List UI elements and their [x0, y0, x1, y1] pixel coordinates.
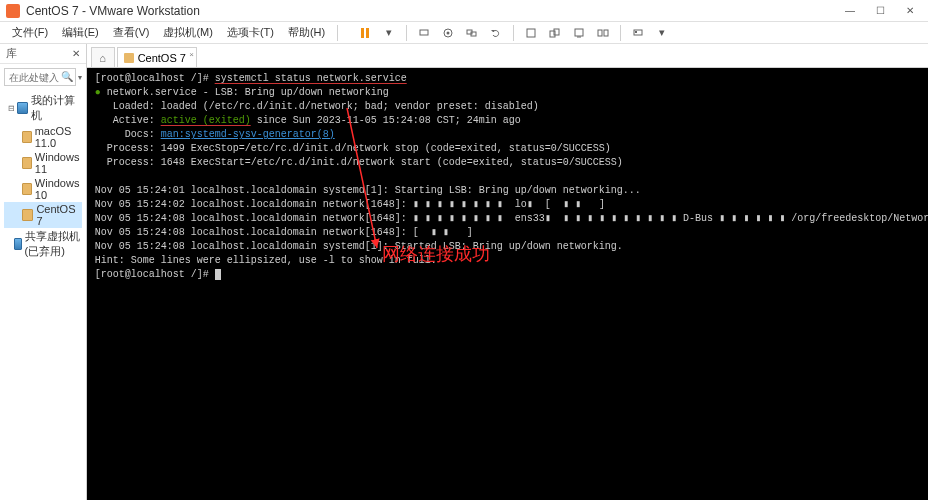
sidebar: 库 ✕ 🔍 ▾ ⊟ 我的计算机 macOS 11.0 Windows 11 — [0, 44, 87, 500]
snapshot-icon[interactable] — [437, 23, 459, 43]
console-view-icon[interactable] — [568, 23, 590, 43]
toolbar: ▾ ▾ — [354, 23, 673, 43]
tree-label: CentOS 7 — [36, 203, 81, 227]
minimize-button[interactable]: — — [838, 2, 862, 20]
separator — [513, 25, 514, 41]
tree-shared-vms[interactable]: 共享虚拟机 (已弃用) — [4, 228, 82, 260]
search-icon: 🔍 — [61, 71, 73, 82]
toolbar-dropdown-2[interactable]: ▾ — [651, 23, 673, 43]
library-tree: ⊟ 我的计算机 macOS 11.0 Windows 11 Windows 10… — [0, 90, 86, 262]
expand-icon[interactable]: ⊟ — [8, 104, 17, 113]
sidebar-header: 库 ✕ — [0, 44, 86, 64]
fullscreen-icon[interactable] — [520, 23, 542, 43]
menu-file[interactable]: 文件(F) — [6, 23, 54, 42]
toolbar-dropdown[interactable]: ▾ — [378, 23, 400, 43]
tree-label: 我的计算机 — [31, 93, 81, 123]
tree-label: 共享虚拟机 (已弃用) — [25, 229, 82, 259]
pause-button[interactable] — [354, 23, 376, 43]
tree-item-macos[interactable]: macOS 11.0 — [4, 124, 82, 150]
window-title: CentOS 7 - VMware Workstation — [26, 4, 838, 18]
svg-rect-10 — [575, 29, 583, 36]
send-ctrl-alt-del-icon[interactable] — [413, 23, 435, 43]
svg-rect-1 — [366, 28, 369, 38]
menu-tabs[interactable]: 选项卡(T) — [221, 23, 280, 42]
svg-rect-15 — [635, 31, 637, 33]
shared-icon — [14, 238, 22, 250]
search-dropdown-icon[interactable]: ▾ — [78, 73, 82, 82]
tree-item-win11[interactable]: Windows 11 — [4, 150, 82, 176]
vm-icon — [22, 183, 32, 195]
menu-view[interactable]: 查看(V) — [107, 23, 156, 42]
removable-devices-icon[interactable] — [627, 23, 649, 43]
tab-label: CentOS 7 — [138, 52, 186, 64]
svg-rect-13 — [604, 30, 608, 36]
separator — [337, 25, 338, 41]
menu-help[interactable]: 帮助(H) — [282, 23, 331, 42]
menu-vm[interactable]: 虚拟机(M) — [157, 23, 219, 42]
snapshot-manager-icon[interactable] — [461, 23, 483, 43]
menubar: 文件(F) 编辑(E) 查看(V) 虚拟机(M) 选项卡(T) 帮助(H) ▾ … — [0, 22, 928, 44]
tab-centos7[interactable]: CentOS 7 × — [117, 47, 197, 67]
svg-point-4 — [447, 31, 450, 34]
app-icon — [6, 4, 20, 18]
vm-icon — [22, 209, 33, 221]
svg-rect-7 — [527, 29, 535, 37]
menu-edit[interactable]: 编辑(E) — [56, 23, 105, 42]
titlebar: CentOS 7 - VMware Workstation — ☐ ✕ — [0, 0, 928, 22]
sidebar-title: 库 — [6, 46, 17, 61]
sidebar-close-icon[interactable]: ✕ — [72, 48, 80, 59]
tree-label: macOS 11.0 — [35, 125, 82, 149]
vm-icon — [22, 131, 32, 143]
separator — [620, 25, 621, 41]
tab-bar: ⌂ CentOS 7 × — [87, 44, 928, 68]
main-area: ⌂ CentOS 7 × [root@localhost /]# systemc… — [87, 44, 928, 500]
svg-rect-0 — [361, 28, 364, 38]
tree-item-win10[interactable]: Windows 10 — [4, 176, 82, 202]
separator — [406, 25, 407, 41]
tab-close-icon[interactable]: × — [189, 50, 194, 59]
svg-rect-12 — [598, 30, 602, 36]
tree-root-my-computer[interactable]: ⊟ 我的计算机 — [4, 92, 82, 124]
tree-label: Windows 11 — [35, 151, 82, 175]
svg-rect-2 — [420, 30, 428, 35]
home-tab[interactable]: ⌂ — [91, 47, 115, 67]
tree-item-centos7[interactable]: CentOS 7 — [4, 202, 82, 228]
unity-icon[interactable] — [544, 23, 566, 43]
computer-icon — [17, 102, 28, 114]
revert-icon[interactable] — [485, 23, 507, 43]
tree-label: Windows 10 — [35, 177, 82, 201]
terminal[interactable]: [root@localhost /]# systemctl status net… — [87, 68, 928, 500]
close-button[interactable]: ✕ — [898, 2, 922, 20]
maximize-button[interactable]: ☐ — [868, 2, 892, 20]
vm-icon — [22, 157, 32, 169]
stretch-icon[interactable] — [592, 23, 614, 43]
vm-icon — [124, 53, 134, 63]
